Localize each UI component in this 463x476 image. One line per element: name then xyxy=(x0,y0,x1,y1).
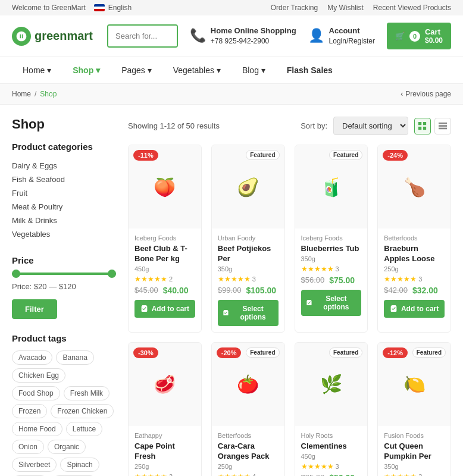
product-weight: 350g xyxy=(301,255,362,262)
wishlist-link[interactable]: My Wishlist xyxy=(327,4,364,12)
phone-icon: 📞 xyxy=(190,28,206,43)
featured-badge: Featured xyxy=(329,347,362,358)
cart-icon: 🛒 xyxy=(395,32,405,40)
category-fish[interactable]: Fish & Seafood xyxy=(12,173,116,186)
main-nav: Home ▾ Shop ▾ Pages ▾ Vegetables ▾ Blog … xyxy=(0,57,463,84)
star-icon: ★★★★★ xyxy=(301,462,334,471)
product-info: Iceberg Foods Beef Club & T-Bone Per kg … xyxy=(129,228,201,324)
tag-spinach[interactable]: Spinach xyxy=(60,458,99,472)
recent-viewed-link[interactable]: Recent Viewed Products xyxy=(373,4,451,12)
nav-home[interactable]: Home ▾ xyxy=(12,57,62,83)
select-options-button[interactable]: Select options xyxy=(218,300,279,326)
cart-button[interactable]: 🛒 0 Cart $0.00 xyxy=(387,23,451,49)
discount-badge: -12% xyxy=(383,347,408,358)
flag-icon xyxy=(94,4,105,11)
product-stars: ★★★★★ 3 xyxy=(301,462,362,471)
tag-frozen[interactable]: Frozen xyxy=(12,404,47,418)
product-image: -24% 🍗 xyxy=(378,145,451,228)
tag-frozen-chicken[interactable]: Frozen Chicken xyxy=(51,404,114,418)
nav-shop[interactable]: Shop ▾ xyxy=(62,57,111,83)
product-brand: Iceberg Foods xyxy=(301,234,362,242)
sort-select[interactable]: Default sorting xyxy=(333,117,408,135)
price-new: $75.00 xyxy=(329,275,355,285)
tag-lettuce[interactable]: Lettuce xyxy=(66,422,102,436)
tag-silverbeet[interactable]: Silverbeet xyxy=(12,458,57,472)
product-name: Clementines xyxy=(301,441,362,452)
nav-pages[interactable]: Pages ▾ xyxy=(111,57,162,83)
add-to-cart-button[interactable]: Add to cart xyxy=(134,300,195,318)
product-stars: ★★★★★ 3 xyxy=(134,472,195,476)
review-count: 3 xyxy=(418,275,422,283)
tags-title: Product tags xyxy=(12,333,116,343)
product-image: -30% 🥩 xyxy=(129,343,201,426)
order-tracking-link[interactable]: Order Tracking xyxy=(271,4,318,12)
category-fruit[interactable]: Fruit xyxy=(12,186,116,200)
review-count: 2 xyxy=(169,275,173,283)
cart-amount: $0.00 xyxy=(425,36,443,45)
category-dairy[interactable]: Dairy & Eggs xyxy=(12,159,116,173)
breadcrumb-bar: Home / Shop ‹ Previous page xyxy=(0,84,463,105)
filter-button[interactable]: Filter xyxy=(12,299,57,319)
product-weight: 350g xyxy=(218,265,279,273)
svg-rect-3 xyxy=(423,126,426,129)
nav-flash-sales[interactable]: Flash Sales xyxy=(276,57,343,83)
tag-organic[interactable]: Organic xyxy=(48,440,86,454)
product-card-7: -12% Featured 🍋 Fusion Foods Cut Queen P… xyxy=(377,342,451,476)
breadcrumb-current: Shop xyxy=(40,90,57,98)
product-brand: Eathappy xyxy=(134,432,195,439)
product-image: Featured 🧃 xyxy=(295,145,368,228)
price-row: $42.00 $32.00 xyxy=(384,286,445,295)
breadcrumb-home[interactable]: Home xyxy=(12,90,31,98)
product-name: Beef Club & T-Bone Per kg xyxy=(134,244,195,264)
tag-banana[interactable]: Banana xyxy=(56,350,93,365)
star-icon: ★★★★★ xyxy=(301,265,334,273)
category-milk[interactable]: Milk & Drinks xyxy=(12,214,116,227)
review-count: 3 xyxy=(336,463,339,470)
featured-badge: Featured xyxy=(246,150,279,160)
language-selector[interactable]: English xyxy=(108,4,132,12)
tag-chicken-egg[interactable]: Chicken Egg xyxy=(12,368,65,383)
add-to-cart-button[interactable]: Add to cart xyxy=(384,300,445,318)
select-options-button[interactable]: Select options xyxy=(301,290,362,316)
view-icons xyxy=(414,118,451,134)
price-title: Price xyxy=(12,255,116,265)
account-icon: 👤 xyxy=(308,28,324,43)
price-new: $32.00 xyxy=(412,286,438,295)
product-brand: Urban Foody xyxy=(218,234,279,242)
category-vegetables[interactable]: Vegetables xyxy=(12,227,116,241)
product-weight: 250g xyxy=(218,463,279,470)
account-action[interactable]: 👤 Account Login/Register xyxy=(308,26,375,46)
price-new: $105.00 xyxy=(246,286,277,295)
tag-fresh-milk[interactable]: Fresh Milk xyxy=(64,386,110,400)
price-slider[interactable] xyxy=(12,273,116,275)
tag-food-shop[interactable]: Food Shop xyxy=(12,386,60,400)
product-stars: ★★★★★ 3 xyxy=(301,265,362,273)
tag-avacado[interactable]: Avacado xyxy=(12,350,52,365)
tag-onion[interactable]: Onion xyxy=(12,440,44,454)
price-row: $99.00 $105.00 xyxy=(218,286,279,295)
list-view-icon[interactable] xyxy=(434,118,451,134)
search-input[interactable] xyxy=(108,26,178,46)
phone-label: Home Online Shopping xyxy=(211,26,296,36)
nav-blog[interactable]: Blog ▾ xyxy=(232,57,276,83)
product-info: Holy Roots Clementines 450g ★★★★★ 3 $35.… xyxy=(295,426,368,476)
cart-label: Cart xyxy=(425,27,443,36)
featured-badge: Featured xyxy=(246,347,279,358)
nav-vegetables[interactable]: Vegetables ▾ xyxy=(162,57,232,83)
logo[interactable]: greenmart xyxy=(12,27,95,46)
price-old: $56.00 xyxy=(301,275,325,284)
categories-section: Product categories Dairy & Eggs Fish & S… xyxy=(12,142,116,241)
slider-track xyxy=(12,273,116,275)
grid-view-icon[interactable] xyxy=(414,118,431,134)
header-actions: 📞 Home Online Shopping +78 925-942-2900 … xyxy=(190,23,451,49)
category-meat[interactable]: Meat & Poultry xyxy=(12,200,116,214)
price-old: $45.00 xyxy=(134,286,158,295)
prev-page-link[interactable]: ‹ Previous page xyxy=(401,90,451,98)
top-bar-left: Welcome to GreenMart English xyxy=(12,4,132,12)
tag-home-food[interactable]: Home Food xyxy=(12,422,62,436)
categories-title: Product categories xyxy=(12,142,116,152)
slider-thumb-right[interactable] xyxy=(108,270,116,278)
slider-thumb-left[interactable] xyxy=(12,270,20,278)
main-layout: Shop Product categories Dairy & Eggs Fis… xyxy=(0,105,463,476)
cart-badge: 0 xyxy=(409,31,420,42)
